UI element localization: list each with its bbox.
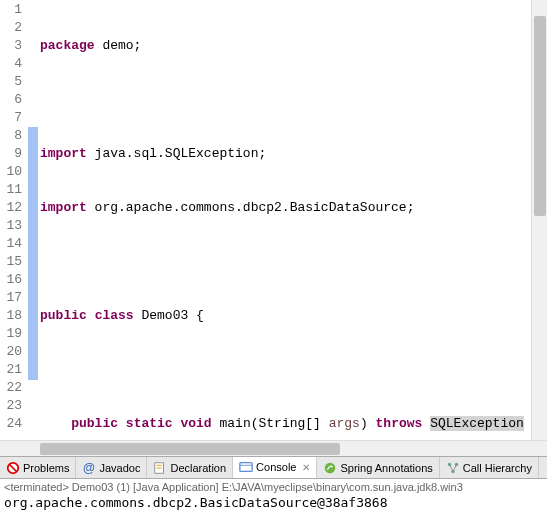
svg-line-12 [449, 464, 453, 471]
code-editor[interactable]: 123 456 789 101112 131415 161718 192021 … [0, 0, 547, 440]
close-icon[interactable]: ✕ [302, 462, 310, 473]
tab-label: Console [256, 461, 296, 473]
bottom-panel: Problems @ Javadoc Declaration Console ✕… [0, 456, 547, 512]
console-view: <terminated> Demo03 (1) [Java Applicatio… [0, 479, 547, 512]
svg-text:@: @ [83, 461, 95, 475]
tab-spring[interactable]: Spring Annotations [317, 457, 439, 478]
scrollbar-thumb[interactable] [534, 16, 546, 216]
spring-icon [323, 461, 337, 475]
svg-line-13 [453, 464, 457, 471]
views-tabbar[interactable]: Problems @ Javadoc Declaration Console ✕… [0, 457, 547, 479]
tab-label: Declaration [170, 462, 226, 474]
console-status: <terminated> Demo03 (1) [Java Applicatio… [4, 481, 543, 493]
marker-bar [28, 0, 38, 440]
tab-callhierarchy[interactable]: Call Hierarchy [440, 457, 539, 478]
tab-label: Call Hierarchy [463, 462, 532, 474]
tab-console[interactable]: Console ✕ [233, 457, 317, 478]
javadoc-icon: @ [82, 461, 96, 475]
callhierarchy-icon [446, 461, 460, 475]
tab-javadoc[interactable]: @ Javadoc [76, 457, 147, 478]
line-gutter: 123 456 789 101112 131415 161718 192021 … [0, 0, 28, 440]
tab-label: Problems [23, 462, 69, 474]
tab-problems[interactable]: Problems [0, 457, 76, 478]
tab-label: Spring Annotations [340, 462, 432, 474]
svg-rect-6 [240, 463, 252, 472]
scrollbar-thumb-h[interactable] [40, 443, 340, 455]
problems-icon [6, 461, 20, 475]
tab-label: Javadoc [99, 462, 140, 474]
tab-declaration[interactable]: Declaration [147, 457, 233, 478]
svg-point-8 [325, 462, 336, 473]
code-content[interactable]: package demo; import java.sql.SQLExcepti… [38, 0, 531, 440]
declaration-icon [153, 461, 167, 475]
console-icon [239, 460, 253, 474]
horizontal-scrollbar[interactable] [0, 440, 547, 456]
vertical-scrollbar[interactable] [531, 0, 547, 440]
console-output[interactable]: org.apache.commons.dbcp2.BasicDataSource… [4, 493, 543, 510]
